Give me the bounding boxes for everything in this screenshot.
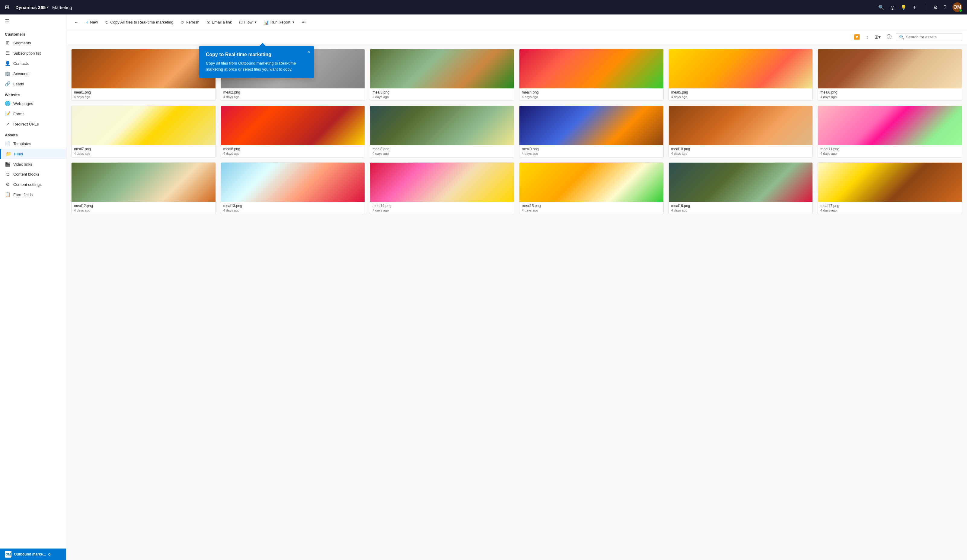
file-date: 4 days ago [74,209,213,212]
sidebar-item-files[interactable]: 📁 Files [0,149,66,159]
content-blocks-icon: 🗂 [5,172,10,177]
bulb-icon[interactable]: 💡 [901,5,907,10]
file-card-meal15[interactable]: meal15.png4 days ago [519,162,664,214]
file-card-meal11[interactable]: meal11.png4 days ago [818,105,962,158]
new-label: New [90,20,98,25]
new-button[interactable]: + New [83,18,101,27]
sidebar-item-content-blocks[interactable]: 🗂 Content blocks [0,169,66,179]
file-name: meal11.png [820,147,959,151]
outbound-marketing-switcher[interactable]: OM Outbound marke... ◇ [0,548,66,560]
file-card-meal5[interactable]: meal5.png4 days ago [668,49,813,101]
brand-label[interactable]: Dynamics 365 ▾ [15,5,49,10]
popup-title: Copy to Real-time marketing [206,52,307,57]
sidebar-item-templates[interactable]: 📄 Templates [0,138,66,149]
run-report-button[interactable]: 📊 Run Report [261,18,297,26]
file-date: 4 days ago [74,152,213,155]
file-card-meal8a[interactable]: meal8.png4 days ago [221,105,365,158]
section-label-website: Website [0,89,66,98]
copy-all-files-button[interactable]: ↻ Copy All files to Real-time marketing [102,18,176,26]
email-link-button[interactable]: ✉ Email a link [204,18,235,26]
app-label: Marketing [52,5,72,10]
file-name: meal16.png [671,204,810,208]
sidebar-hamburger-icon[interactable]: ☰ [5,18,10,25]
file-date: 4 days ago [373,152,512,155]
file-date: 4 days ago [820,152,959,155]
sidebar-item-video-links[interactable]: 🎬 Video links [0,159,66,169]
filter-button[interactable]: 🔽 [852,33,862,41]
sidebar-label-accounts: Accounts [13,71,29,76]
popup-close-button[interactable]: × [307,49,310,55]
file-card-meal7[interactable]: meal7.png4 days ago [71,105,216,158]
sidebar-item-content-settings[interactable]: ⚙ Content settings [0,179,66,189]
more-options-button[interactable]: ••• [299,18,309,26]
file-date: 4 days ago [522,95,661,99]
file-thumbnail [520,49,663,88]
section-label-customers: Customers [0,28,66,38]
run-report-label: Run Report [271,20,290,25]
sidebar-item-leads[interactable]: 🔗 Leads [0,79,66,89]
waffle-icon[interactable]: ⊞ [5,4,9,11]
sort-button[interactable]: ↕ [864,33,870,41]
file-card-meal9[interactable]: meal9.png4 days ago [519,105,664,158]
info-button[interactable]: ⓘ [885,33,893,41]
avatar[interactable]: OM [952,2,962,12]
segments-icon: ⊞ [5,40,10,46]
file-date: 4 days ago [522,209,661,212]
file-card-meal12[interactable]: meal12.png4 days ago [71,162,216,214]
file-thumbnail [669,106,813,145]
file-thumbnail [71,163,216,202]
outbound-icon: OM [5,551,12,558]
file-card-meal10[interactable]: meal10.png4 days ago [668,105,813,158]
add-icon[interactable]: + [913,4,916,11]
content-settings-icon: ⚙ [5,182,10,187]
sidebar-item-accounts[interactable]: 🏢 Accounts [0,69,66,79]
sidebar-item-forms[interactable]: 📝 Forms [0,109,66,119]
file-card-meal6[interactable]: meal6.png4 days ago [818,49,962,101]
file-thumbnail [818,163,962,202]
view-toggle-button[interactable]: ⊞▾ [873,33,883,41]
sidebar-item-web-pages[interactable]: 🌐 Web pages [0,98,66,109]
sidebar-label-video-links: Video links [13,162,32,166]
file-card-meal1[interactable]: meal1.png4 days ago [71,49,216,101]
file-card-meal14[interactable]: meal14.png4 days ago [370,162,514,214]
templates-icon: 📄 [5,141,10,147]
file-card-meal13[interactable]: meal13.png4 days ago [221,162,365,214]
sidebar-item-redirect-urls[interactable]: ↗ Redirect URLs [0,119,66,129]
file-card-meal8b[interactable]: meal8.png4 days ago [370,105,514,158]
sidebar-label-web-pages: Web pages [13,101,33,106]
search-icon[interactable]: 🔍 [878,5,884,10]
file-date: 4 days ago [671,152,810,155]
refresh-label: Refresh [186,20,200,25]
target-icon[interactable]: ◎ [890,5,894,10]
file-thumbnail [520,163,663,202]
file-card-meal17[interactable]: meal17.png4 days ago [818,162,962,214]
file-name: meal8.png [223,147,363,151]
file-card-meal16[interactable]: meal16.png4 days ago [668,162,813,214]
sidebar-label-forms: Forms [13,112,25,116]
sidebar-label-redirect-urls: Redirect URLs [13,122,39,127]
grid-toolbar: 🔽 ↕ ⊞▾ ⓘ 🔍 [66,30,967,44]
file-date: 4 days ago [671,95,810,99]
sidebar-item-subscription-list[interactable]: ☰ Subscription list [0,48,66,58]
file-name: meal10.png [671,147,810,151]
nav-separator [925,3,925,11]
file-thumbnail [818,49,962,88]
file-thumbnail [370,163,514,202]
settings-icon[interactable]: ⚙ [934,5,938,10]
help-icon[interactable]: ? [944,5,947,10]
sidebar-label-form-fields: Form fields [13,193,33,197]
file-card-meal3[interactable]: meal3.png4 days ago [370,49,514,101]
sidebar-item-segments[interactable]: ⊞ Segments [0,38,66,48]
search-input[interactable] [906,35,959,39]
sidebar-item-form-fields[interactable]: 📋 Form fields [0,189,66,200]
top-nav: ⊞ Dynamics 365 ▾ Marketing 🔍 ◎ 💡 + ⚙ ? O… [0,0,967,15]
file-name: meal6.png [820,90,959,94]
file-date: 4 days ago [223,152,363,155]
copy-icon: ↻ [105,20,109,25]
popup-overlay: × Copy to Real-time marketing Copy all f… [199,46,314,78]
back-button[interactable]: ← [71,18,81,26]
sidebar-item-contacts[interactable]: 👤 Contacts [0,58,66,69]
refresh-button[interactable]: ↺ Refresh [177,18,203,26]
file-card-meal4[interactable]: meal4.png4 days ago [519,49,664,101]
flow-button[interactable]: ⬡ Flow [236,18,259,26]
